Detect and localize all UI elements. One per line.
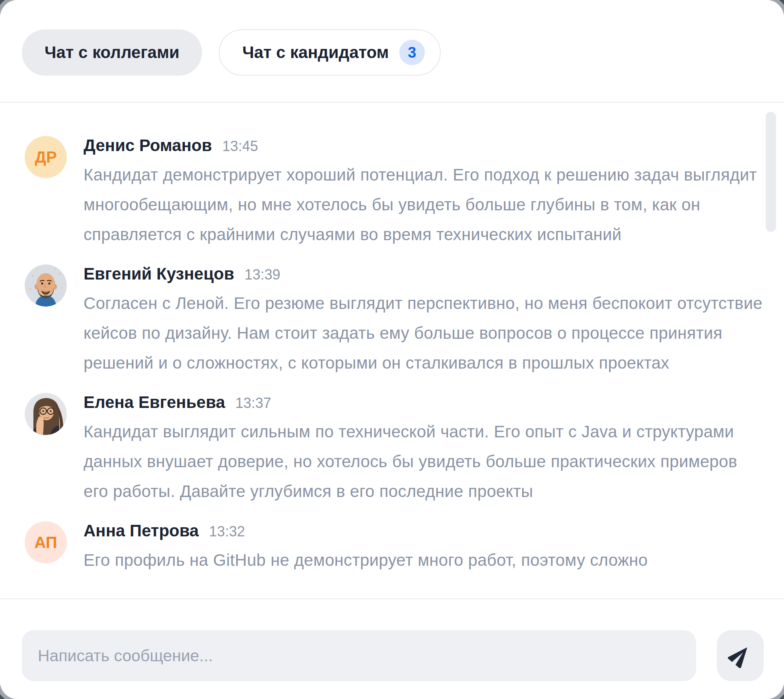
tab-chat-colleagues[interactable]: Чат с коллегами: [22, 29, 202, 76]
avatar-initials: ДР: [25, 136, 67, 178]
chat-tabs-header: Чат с коллегами Чат с кандидатом 3: [0, 0, 784, 103]
paper-plane-icon: [728, 643, 753, 668]
sender-name: Денис Романов: [84, 136, 212, 155]
unread-count-badge: 3: [399, 40, 425, 65]
sender-name: Елена Евгеньева: [84, 393, 225, 412]
tab-chat-candidate[interactable]: Чат с кандидатом 3: [219, 29, 441, 76]
tab-label: Чат с кандидатом: [242, 43, 389, 62]
message-row: Елена Евгеньева 13:37 Кандидат выглядит …: [25, 393, 764, 506]
tab-label: Чат с коллегами: [45, 43, 179, 62]
message-time: 13:45: [222, 138, 258, 155]
woman-photo-icon: [25, 393, 67, 435]
message-text: Кандидат демонстрирует хороший потенциал…: [84, 160, 764, 249]
message-text: Его профиль на GitHub не демонстрирует м…: [84, 545, 764, 575]
composer-bar: [0, 598, 784, 699]
man-photo-icon: [25, 264, 67, 307]
avatar-initials: АП: [25, 521, 67, 563]
scrollbar-thumb[interactable]: [766, 112, 776, 232]
message-time: 13:39: [245, 266, 280, 283]
send-button[interactable]: [717, 630, 764, 681]
avatar-initials-text: АП: [34, 534, 57, 551]
sender-name: Анна Петрова: [84, 521, 199, 540]
avatar-photo: [25, 393, 67, 435]
sender-name: Евгений Кузнецов: [84, 264, 234, 283]
message-time: 13:32: [209, 523, 245, 540]
message-list: ДР Денис Романов 13:45 Кандидат демонстр…: [0, 103, 784, 598]
message-row: Евгений Кузнецов 13:39 Согласен с Леной.…: [25, 264, 764, 378]
message-text: Кандидат выглядит сильным по технической…: [84, 417, 764, 506]
message-time: 13:37: [235, 395, 271, 412]
message-input[interactable]: [22, 630, 696, 681]
message-row: ДР Денис Романов 13:45 Кандидат демонстр…: [25, 136, 764, 249]
chat-panel: Чат с коллегами Чат с кандидатом 3 ДР Де…: [0, 0, 784, 699]
message-text: Согласен с Леной. Его резюме выглядит пе…: [84, 288, 764, 378]
avatar-initials-text: ДР: [35, 148, 56, 166]
message-row: АП Анна Петрова 13:32 Его профиль на Git…: [25, 521, 764, 575]
avatar-photo: [25, 264, 67, 307]
